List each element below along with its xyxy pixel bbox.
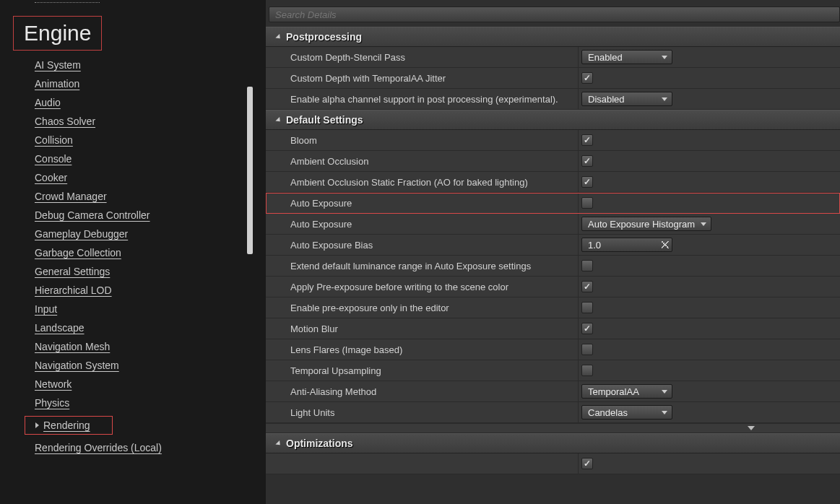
property-row: Bloom — [266, 130, 840, 151]
property-label: Apply Pre-exposure before writing to the… — [266, 282, 578, 292]
sidebar-item-crowd-manager[interactable]: Crowd Manager — [35, 191, 107, 202]
dropdown[interactable]: Disabled — [581, 92, 672, 106]
sidebar-item-label: Cooker — [35, 172, 67, 183]
property-row: Auto ExposureAuto Exposure Histogram — [266, 214, 840, 235]
property-value-cell — [578, 193, 698, 213]
sidebar-item-console[interactable]: Console — [35, 153, 72, 165]
property-row: Auto Exposure — [266, 193, 840, 214]
property-row: Enable pre-exposure only in the editor — [266, 297, 840, 318]
dropdown[interactable]: Candelas — [581, 405, 672, 420]
property-row: Anti-Aliasing MethodTemporalAA — [266, 381, 840, 402]
sidebar-item-collision[interactable]: Collision — [35, 134, 73, 146]
section-title: Default Settings — [286, 114, 363, 126]
sidebar-item-label: Collision — [35, 134, 73, 146]
property-label: Light Units — [266, 407, 578, 418]
property-value-cell — [578, 172, 840, 192]
checkbox[interactable] — [581, 458, 593, 469]
property-value-cell: Candelas — [578, 402, 840, 422]
sidebar-item-physics[interactable]: Physics — [35, 397, 69, 409]
sidebar-item-ai-system[interactable]: AI System — [35, 59, 81, 71]
sidebar-item-label: AI System — [35, 59, 81, 71]
checkbox[interactable] — [581, 323, 593, 334]
search-input[interactable] — [269, 6, 840, 22]
checkbox[interactable] — [581, 134, 593, 146]
expand-section-button[interactable] — [266, 423, 840, 433]
nav-list: AI SystemAnimationAudioChaos SolverColli… — [12, 59, 266, 453]
sidebar-item-navigation-mesh[interactable]: Navigation Mesh — [35, 341, 110, 352]
sidebar-item-rendering[interactable]: Rendering — [25, 416, 113, 435]
property-label: Auto Exposure — [266, 198, 578, 209]
section-header-optimizations[interactable]: Optimizations — [266, 433, 840, 453]
sidebar-item-general-settings[interactable]: General Settings — [35, 266, 110, 277]
property-label: Ambient Occlusion — [266, 156, 578, 167]
property-row: Lens Flares (Image based) — [266, 339, 840, 360]
checkbox[interactable] — [581, 365, 593, 376]
sidebar-item-garbage-collection[interactable]: Garbage Collection — [35, 247, 121, 258]
sidebar-item-label: Network — [35, 378, 72, 390]
sidebar-item-hierarchical-lod[interactable]: Hierarchical LOD — [35, 284, 112, 296]
sidebar-item-gameplay-debugger[interactable]: Gameplay Debugger — [35, 228, 128, 240]
property-row: Ambient Occlusion — [266, 151, 840, 172]
checkbox[interactable] — [581, 176, 593, 188]
section-header-default-settings[interactable]: Default Settings — [266, 110, 840, 130]
sidebar-item-label: Rendering Overrides (Local) — [35, 442, 162, 453]
property-value-cell — [578, 256, 840, 276]
property-label: Enable pre-exposure only in the editor — [266, 303, 578, 313]
property-value-cell: Auto Exposure Histogram — [578, 214, 840, 234]
sidebar-item-label: Animation — [35, 78, 79, 90]
checkbox[interactable] — [581, 155, 593, 167]
property-value-cell — [578, 130, 840, 150]
property-value-cell — [578, 277, 840, 297]
section-header-postprocessing[interactable]: Postprocessing — [266, 27, 840, 47]
sidebar-item-animation[interactable]: Animation — [35, 78, 79, 90]
checkbox[interactable] — [581, 281, 593, 292]
property-row: Motion Blur — [266, 318, 840, 339]
divider — [35, 2, 100, 3]
property-value-cell — [578, 297, 840, 318]
sidebar-item-rendering-overrides-local-[interactable]: Rendering Overrides (Local) — [35, 442, 162, 453]
checkbox[interactable] — [581, 302, 593, 313]
property-value-cell — [578, 151, 840, 171]
property-value-cell — [578, 360, 840, 381]
details-panel: PostprocessingCustom Depth-Stencil PassE… — [266, 0, 840, 504]
property-row: Extend default luminance range in Auto E… — [266, 256, 840, 277]
property-row — [266, 453, 840, 474]
sidebar: Engine AI SystemAnimationAudioChaos Solv… — [0, 0, 266, 504]
section-title: Postprocessing — [286, 31, 362, 43]
checkbox[interactable] — [581, 72, 593, 84]
sidebar-item-cooker[interactable]: Cooker — [35, 172, 67, 183]
category-header-engine[interactable]: Engine — [13, 16, 102, 51]
sidebar-item-chaos-solver[interactable]: Chaos Solver — [35, 116, 95, 127]
sidebar-item-input[interactable]: Input — [35, 303, 57, 315]
property-row: Temporal Upsampling — [266, 360, 840, 381]
property-value-cell — [578, 318, 840, 339]
property-label: Anti-Aliasing Method — [266, 386, 578, 397]
property-value-cell — [578, 339, 840, 360]
section-title: Optimizations — [286, 438, 353, 449]
sidebar-item-audio[interactable]: Audio — [35, 97, 61, 108]
sidebar-item-network[interactable]: Network — [35, 378, 72, 390]
checkbox[interactable] — [581, 344, 593, 355]
sidebar-item-debug-camera-controller[interactable]: Debug Camera Controller — [35, 209, 150, 221]
sidebar-item-landscape[interactable]: Landscape — [35, 322, 85, 334]
sidebar-item-navigation-system[interactable]: Navigation System — [35, 360, 119, 371]
spinbox[interactable]: 1.0 — [581, 238, 672, 252]
property-value-cell: Enabled — [578, 47, 840, 67]
disclosure-triangle-icon — [275, 440, 282, 446]
sidebar-item-label: Audio — [35, 97, 61, 108]
dropdown[interactable]: Auto Exposure Histogram — [581, 217, 711, 231]
sidebar-item-label: Landscape — [35, 322, 85, 334]
sidebar-scrollbar[interactable] — [247, 87, 253, 254]
property-row: Enable alpha channel support in post pro… — [266, 89, 840, 110]
property-value-cell: TemporalAA — [578, 381, 840, 401]
checkbox[interactable] — [581, 197, 593, 209]
chevron-down-icon — [748, 426, 755, 430]
checkbox[interactable] — [581, 260, 593, 271]
property-label: Custom Depth with TemporalAA Jitter — [266, 73, 578, 84]
property-row: Auto Exposure Bias1.0 — [266, 235, 840, 256]
property-row: Custom Depth-Stencil PassEnabled — [266, 47, 840, 68]
sidebar-item-label: Rendering — [43, 420, 90, 431]
dropdown[interactable]: Enabled — [581, 50, 672, 64]
dropdown[interactable]: TemporalAA — [581, 384, 672, 399]
property-row: Light UnitsCandelas — [266, 402, 840, 423]
